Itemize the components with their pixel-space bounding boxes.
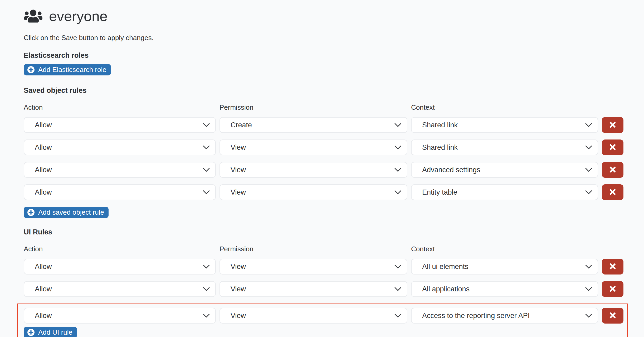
permission-select[interactable]: View — [219, 162, 407, 178]
delete-rule-button[interactable] — [602, 281, 623, 297]
ui-rules-list: Allow View All ui elements Allow View Al… — [24, 259, 644, 337]
saved-object-rule-row: Allow View Shared link — [24, 139, 644, 155]
permission-select[interactable]: Create — [219, 117, 407, 133]
ui-rule-row: Allow View All ui elements — [24, 259, 644, 275]
plus-circle-icon — [27, 329, 35, 336]
save-hint-text: Click on the Save button to apply change… — [24, 34, 644, 42]
context-select[interactable]: Shared link — [411, 139, 598, 155]
permission-select[interactable]: View — [219, 281, 407, 297]
users-icon — [24, 9, 43, 23]
saved-object-rules-heading: Saved object rules — [24, 86, 644, 95]
x-icon — [609, 166, 616, 174]
column-header-context: Context — [411, 245, 598, 253]
context-select[interactable]: All applications — [411, 281, 598, 297]
permission-select[interactable]: View — [219, 308, 407, 324]
action-select[interactable]: Allow — [24, 117, 216, 133]
x-icon — [609, 122, 616, 129]
add-saved-object-rule-button[interactable]: Add saved object rule — [24, 207, 109, 218]
ui-rules-column-headers: Action Permission Context — [24, 245, 644, 253]
context-select[interactable]: All ui elements — [411, 259, 598, 275]
ui-rule-row: Allow View All applications — [24, 281, 644, 297]
delete-rule-button[interactable] — [602, 139, 623, 155]
column-header-permission: Permission — [219, 245, 407, 253]
delete-rule-button[interactable] — [602, 117, 623, 133]
saved-object-rule-row: Allow View Advanced settings — [24, 162, 644, 178]
delete-rule-button[interactable] — [602, 162, 623, 178]
saved-object-rule-row: Allow Create Shared link — [24, 117, 644, 133]
x-icon — [609, 286, 616, 293]
page-title: everyone — [49, 8, 108, 24]
elasticsearch-roles-heading: Elasticsearch roles — [24, 51, 644, 60]
column-header-permission: Permission — [219, 103, 407, 112]
add-ui-rule-button[interactable]: Add UI rule — [24, 327, 77, 337]
action-select[interactable]: Allow — [24, 308, 216, 324]
action-select[interactable]: Allow — [24, 162, 216, 178]
saved-object-rule-row: Allow View Entity table — [24, 184, 644, 200]
saved-object-rules-list: Allow Create Shared link Allow View Shar… — [24, 117, 644, 200]
column-header-action: Action — [24, 103, 216, 112]
x-icon — [609, 263, 616, 270]
saved-object-rules-column-headers: Action Permission Context — [24, 103, 644, 112]
permission-select[interactable]: View — [219, 259, 407, 275]
add-saved-object-rule-label: Add saved object rule — [38, 208, 104, 216]
delete-rule-button[interactable] — [602, 308, 623, 324]
action-select[interactable]: Allow — [24, 259, 216, 275]
x-icon — [609, 312, 616, 319]
delete-rule-button[interactable] — [602, 184, 623, 200]
permission-select[interactable]: View — [219, 184, 407, 200]
add-elasticsearch-role-label: Add Elasticsearch role — [38, 66, 106, 74]
x-icon — [609, 189, 616, 196]
highlighted-rule-group: Allow View Access to the reporting serve… — [17, 304, 628, 337]
page-header: everyone — [24, 7, 644, 25]
context-select[interactable]: Shared link — [411, 117, 598, 133]
action-select[interactable]: Allow — [24, 139, 216, 155]
context-select[interactable]: Entity table — [411, 184, 598, 200]
page: everyone Click on the Save button to app… — [0, 0, 644, 337]
action-select[interactable]: Allow — [24, 184, 216, 200]
ui-rule-row-highlighted: Allow View Access to the reporting serve… — [24, 308, 624, 324]
add-ui-rule-label: Add UI rule — [38, 328, 72, 336]
column-header-action: Action — [24, 245, 216, 253]
add-elasticsearch-role-button[interactable]: Add Elasticsearch role — [24, 64, 111, 75]
action-select[interactable]: Allow — [24, 281, 216, 297]
plus-circle-icon — [27, 209, 35, 216]
permission-select[interactable]: View — [219, 139, 407, 155]
delete-rule-button[interactable] — [602, 259, 623, 275]
column-header-context: Context — [411, 103, 598, 112]
context-select[interactable]: Advanced settings — [411, 162, 598, 178]
ui-rules-heading: UI Rules — [24, 228, 644, 236]
x-icon — [609, 144, 616, 151]
context-select[interactable]: Access to the reporting server API — [411, 308, 598, 324]
plus-circle-icon — [27, 66, 35, 74]
